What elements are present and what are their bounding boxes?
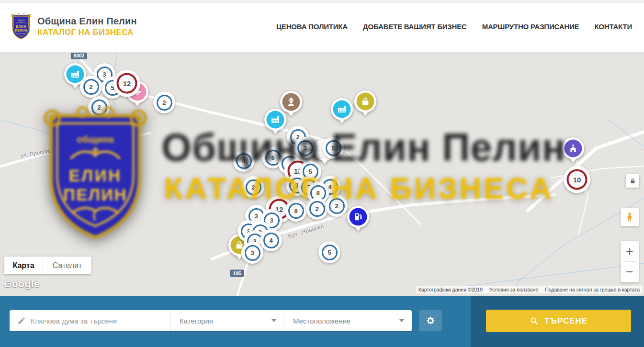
map-pin[interactable] (331, 98, 353, 120)
svg-text:ПЕЛИН: ПЕЛИН (15, 29, 27, 32)
municipality-crest-icon: общинаЕЛИНПЕЛИН (11, 12, 32, 40)
map-type-satellite-button[interactable]: Сателит (43, 257, 91, 274)
zoom-in-button[interactable]: + (621, 241, 639, 261)
attribution-text: Картографски данни ©2019 (418, 287, 483, 292)
search-bar-right-panel: ТЪРСЕНЕ (471, 296, 644, 347)
cluster-count: 2 (97, 104, 101, 111)
keyword-input[interactable] (31, 311, 170, 330)
cluster-count: 8 (294, 207, 297, 214)
attribution: Картографски данни ©2019Условия за ползв… (416, 286, 643, 293)
nav-item[interactable]: ЦЕНОВА ПОЛИТИКА (276, 22, 348, 31)
cluster-count: 2 (251, 184, 255, 191)
road-number-chip: 6002 (71, 53, 87, 59)
cluster-marker[interactable]: 3 (294, 137, 316, 159)
location-select-label: Местоположение (293, 317, 350, 325)
cluster-count: 3 (303, 145, 306, 152)
cluster-count: 4 (328, 183, 331, 190)
location-select[interactable]: Местоположение (284, 310, 412, 331)
cluster-marker[interactable]: 2 (88, 96, 110, 118)
keyword-field (10, 310, 170, 331)
fuel-icon (353, 212, 363, 222)
search-icon (530, 316, 539, 325)
category-select[interactable]: Категория (170, 310, 284, 331)
search-button-label: ТЪРСЕНЕ (544, 316, 588, 326)
cluster-count: 4 (242, 157, 245, 165)
page: общинаЕЛИНПЕЛИН Община Елин Пелин КАТАЛО… (0, 0, 644, 347)
map-pin[interactable] (354, 90, 376, 112)
church-icon (568, 144, 578, 154)
site-title: Община Елин Пелин (37, 16, 137, 27)
nav-item[interactable]: КОНТАКТИ (594, 22, 632, 31)
gear-icon (425, 315, 436, 326)
cluster-marker[interactable]: 5 (318, 241, 340, 263)
map-pin[interactable] (562, 137, 584, 159)
main-nav: ЦЕНОВА ПОЛИТИКАДОБАВЕТЕ ВАШИЯТ БИЗНЕСМАР… (276, 0, 632, 53)
header: общинаЕЛИНПЕЛИН Община Елин Пелин КАТАЛО… (0, 0, 644, 53)
pegman-icon (624, 212, 635, 223)
cluster-marker[interactable]: 2 (326, 195, 348, 217)
cluster-marker[interactable]: 2 (242, 176, 264, 198)
chevron-down-icon (399, 319, 404, 322)
cluster-count: 2 (162, 99, 166, 106)
map-type-control: Карта Сателит (4, 257, 91, 274)
chevron-down-icon (271, 319, 276, 322)
cluster-marker[interactable]: 2 (153, 91, 175, 113)
svg-text:община: община (17, 19, 25, 21)
cluster-count: 3 (270, 217, 273, 224)
cluster-count: 8 (316, 190, 319, 197)
cluster-marker[interactable]: 4 (260, 229, 282, 251)
cluster-count: 5 (308, 168, 312, 175)
road-number-chip: 105 (230, 270, 244, 277)
search-options-button[interactable] (419, 310, 442, 331)
search-button[interactable]: ТЪРСЕНЕ (486, 310, 631, 332)
cluster-marker[interactable]: 2 (306, 198, 328, 220)
cluster-count: 6 (271, 154, 274, 161)
google-logo[interactable]: Google (4, 278, 40, 290)
shopping-bag-icon (361, 97, 371, 107)
pencil-icon (17, 316, 26, 325)
zoom-control: + − (621, 241, 639, 282)
cluster-count: 3 (250, 249, 254, 257)
map-canvas[interactable]: 6002105ул. Преславбул. „Новоселция 32512… (0, 53, 644, 296)
cluster-count: 2 (315, 205, 318, 213)
map-pin[interactable] (347, 206, 369, 228)
svg-text:ЕЛИН: ЕЛИН (16, 25, 26, 29)
category-select-label: Категория (180, 317, 213, 325)
pegman-button[interactable] (621, 208, 639, 226)
search-bar: ТЪРСЕНЕ Категория Местоположение (0, 296, 644, 347)
search-fields: Категория Местоположение (10, 310, 412, 331)
map-type-map-button[interactable]: Карта (4, 257, 43, 274)
cluster-count: 5 (331, 145, 335, 152)
cluster-count: 2 (89, 83, 92, 90)
cluster-count: 3 (102, 71, 106, 78)
cluster-marker[interactable]: 8 (285, 200, 307, 222)
cluster-count: 12 (123, 79, 131, 88)
lock-button[interactable] (626, 174, 639, 188)
cluster-marker[interactable]: 3 (241, 242, 263, 264)
cluster-count: 3 (254, 213, 258, 220)
zoom-out-button[interactable]: − (621, 262, 639, 282)
nav-item[interactable]: ДОБАВЕТЕ ВАШИЯТ БИЗНЕС (363, 22, 467, 31)
lock-icon (629, 178, 636, 185)
cluster-count: 2 (335, 202, 338, 210)
site-logo[interactable]: общинаЕЛИНПЕЛИН Община Елин Пелин КАТАЛО… (11, 12, 137, 40)
map-pin[interactable] (264, 109, 286, 131)
cluster-count: 4 (269, 237, 272, 244)
cluster-count: 5 (328, 249, 331, 256)
cluster-marker[interactable]: 10 (564, 166, 591, 193)
nav-item[interactable]: МАРШРУТНО РАЗПИСАНИЕ (482, 22, 579, 31)
worker-icon (286, 97, 296, 107)
logo-text: Община Елин Пелин КАТАЛОГ НА БИЗНЕСА (37, 16, 137, 37)
attribution-link[interactable]: Условия за ползване (489, 287, 538, 292)
factory-icon (271, 115, 281, 125)
factory-icon (337, 104, 347, 114)
cluster-marker[interactable]: 4 (233, 150, 255, 172)
site-subtitle: КАТАЛОГ НА БИЗНЕСА (37, 28, 137, 37)
cluster-marker[interactable]: 12 (113, 70, 141, 97)
cluster-marker[interactable]: 5 (322, 137, 344, 159)
cluster-marker[interactable]: 2 (80, 76, 102, 98)
attribution-link[interactable]: Подаване на сигнал за грешка в картата (545, 287, 640, 292)
factory-icon (70, 69, 80, 79)
cluster-count: 10 (573, 176, 581, 184)
